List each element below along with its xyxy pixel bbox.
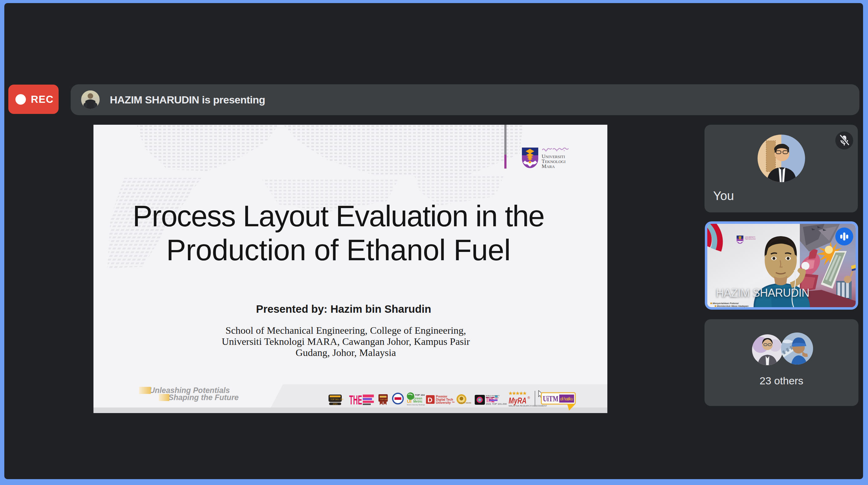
svg-text:UNIVERSITI: UNIVERSITI — [745, 236, 755, 238]
svg-text:TOP 501-700: TOP 501-700 — [330, 398, 343, 400]
svg-text:World University Rankings: World University Rankings — [407, 404, 425, 406]
svg-text:THE: THE — [349, 393, 362, 407]
svg-text:MALAYSIA RESEARCH ASSESSMENT: MALAYSIA RESEARCH ASSESSMENT — [509, 405, 547, 407]
svg-text:D: D — [428, 396, 432, 404]
svg-text:2021: 2021 — [333, 403, 338, 405]
svg-text:Metric: Metric — [413, 400, 423, 403]
svg-text:®: ® — [527, 396, 530, 399]
svg-text:TEKNOLOGI: TEKNOLOGI — [745, 238, 756, 240]
svg-text:UI: UI — [407, 399, 411, 404]
svg-text:WORLD UNIVERSITY: WORLD UNIVERSITY — [486, 395, 500, 397]
svg-text:TOP 100: TOP 100 — [380, 399, 388, 400]
svg-text:UiTM: UiTM — [543, 394, 558, 403]
svg-text:IMPACT RANKINGS: IMPACT RANKINGS — [486, 397, 498, 399]
svg-text:University ™: University ™ — [436, 401, 455, 404]
svg-text:TOP 104: TOP 104 — [415, 394, 425, 396]
svg-text:MyRA: MyRA — [509, 396, 527, 405]
svg-text:di hatiku: di hatiku — [560, 396, 573, 401]
svg-text:QUALITY AWARD: QUALITY AWARD — [459, 402, 471, 404]
svg-text:2021 TOP 101-200: 2021 TOP 101-200 — [486, 403, 507, 405]
